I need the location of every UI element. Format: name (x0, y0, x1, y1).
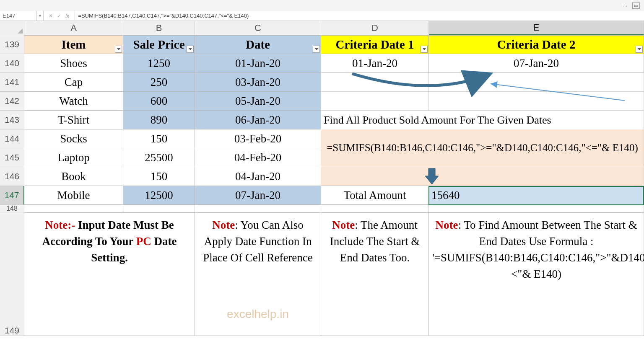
filter-icon[interactable] (313, 46, 320, 53)
name-box-dropdown-icon[interactable]: ▼ (37, 11, 44, 21)
fx-icon[interactable]: fx (65, 13, 69, 19)
cell-date[interactable]: 01-Jan-20 (195, 54, 321, 73)
cell-date[interactable]: 05-Jan-20 (195, 92, 321, 111)
cell-price[interactable]: 250 (123, 73, 195, 92)
cell[interactable] (123, 205, 195, 212)
filter-icon[interactable] (187, 46, 194, 53)
note-label: Note (212, 219, 235, 231)
row-header[interactable]: 146 (0, 167, 24, 186)
cell[interactable] (321, 205, 429, 212)
cell-item[interactable]: Watch (24, 92, 123, 111)
note-label: Note (436, 219, 458, 231)
row-header[interactable]: 145 (0, 148, 24, 167)
cell[interactable] (429, 92, 644, 111)
table-row: 144 Socks 150 03-Feb-20 =SUMIFS(B140:B14… (0, 129, 644, 148)
row-header[interactable]: 142 (0, 92, 24, 111)
cell-date[interactable]: 04-Feb-20 (195, 148, 321, 167)
cell[interactable] (321, 92, 429, 111)
cell-price[interactable]: 150 (123, 129, 195, 148)
cell-price[interactable]: 600 (123, 92, 195, 111)
cell-item[interactable]: Book (24, 167, 123, 186)
more-icon[interactable]: ··· (623, 3, 627, 9)
cell-item[interactable]: Mobile (24, 186, 123, 205)
row-header[interactable]: 147 (0, 186, 24, 205)
row-header[interactable]: 148 (0, 205, 24, 212)
row-header[interactable]: 141 (0, 73, 24, 92)
cell-price[interactable]: 890 (123, 111, 195, 129)
header-criteria1[interactable]: Criteria Date 1 (321, 35, 429, 54)
table-row: 141 Cap 250 03-Jan-20 (0, 73, 644, 92)
cell[interactable] (195, 205, 321, 212)
cell-item[interactable]: Laptop (24, 148, 123, 167)
cell-item[interactable]: Shoes (24, 54, 123, 73)
cell-date[interactable]: 06-Jan-20 (195, 111, 321, 129)
cell-item[interactable]: Socks (24, 129, 123, 148)
note-d[interactable]: Note: The Amount Include The Start & End… (321, 212, 429, 336)
cell-date[interactable]: 03-Feb-20 (195, 129, 321, 148)
cell[interactable] (429, 167, 644, 186)
cell-price[interactable]: 150 (123, 167, 195, 186)
cell[interactable] (429, 73, 644, 92)
cell-price[interactable]: 25500 (123, 148, 195, 167)
table-row: 146 Book 150 04-Jan-20 (0, 167, 644, 186)
col-header-c[interactable]: C (195, 21, 321, 35)
note-pc: PC (136, 235, 151, 248)
row-header[interactable]: 144 (0, 129, 24, 148)
table-row: 142 Watch 600 05-Jan-20 (0, 92, 644, 111)
column-headers: A B C D E (0, 21, 644, 35)
row-header-139[interactable]: 139 (0, 35, 24, 54)
cell[interactable] (321, 73, 429, 92)
cell-date[interactable]: 04-Jan-20 (195, 167, 321, 186)
formula-bar: E147 ▼ ✕ ✓ fx =SUMIFS(B140:B147,C140:C14… (0, 11, 644, 21)
cell-price[interactable]: 12500 (123, 186, 195, 205)
note-c[interactable]: Note: You Can Also Apply Date Function I… (195, 212, 321, 336)
row-148: 148 (0, 205, 644, 212)
header-item[interactable]: Item (24, 35, 123, 54)
sheet-area: A B C D E 139 Item Sale Price Date Crite… (0, 21, 644, 336)
cell-criteria2[interactable]: 07-Jan-20 (429, 54, 644, 73)
cancel-icon[interactable]: ✕ (49, 13, 53, 19)
row-139: 139 Item Sale Price Date Criteria Date 1… (0, 35, 644, 54)
cell-date[interactable]: 07-Jan-20 (195, 186, 321, 205)
filter-icon[interactable] (636, 46, 643, 53)
col-header-d[interactable]: D (321, 21, 429, 35)
cell-item[interactable]: T-Shirt (24, 111, 123, 129)
cell-instruction[interactable]: Find All Product Sold Amount For The Giv… (321, 111, 644, 129)
col-header-e[interactable]: E (429, 21, 644, 35)
col-header-b[interactable]: B (123, 21, 195, 35)
note-e[interactable]: Note: To Find Amount Between The Start &… (429, 212, 644, 336)
filter-icon[interactable] (115, 46, 122, 53)
table-row: 147 Mobile 12500 07-Jan-20 Total Amount … (0, 186, 644, 205)
cell-total-label[interactable]: Total Amount (321, 186, 429, 205)
cell[interactable] (321, 167, 429, 186)
titlebar: ··· ▭ (0, 0, 644, 11)
header-criteria2[interactable]: Criteria Date 2 (429, 35, 644, 54)
note-text: : To Find Amount Between The Start & End… (432, 219, 644, 280)
watermark: excelhelp.in (227, 306, 289, 323)
formula-bar-icons: ✕ ✓ fx (44, 11, 75, 21)
filter-icon[interactable] (421, 46, 428, 53)
note-label: Note:- (45, 219, 75, 231)
col-header-a[interactable]: A (24, 21, 123, 35)
accept-icon[interactable]: ✓ (57, 13, 61, 19)
note-a[interactable]: Note:- Input Date Must Be According To Y… (24, 212, 195, 336)
formula-input[interactable]: =SUMIFS(B140:B147,C140:C147,">="&D140,C1… (75, 11, 644, 21)
cell[interactable] (429, 205, 644, 212)
cell-date[interactable]: 03-Jan-20 (195, 73, 321, 92)
name-box[interactable]: E147 (0, 11, 37, 21)
cell[interactable] (24, 205, 123, 212)
table-row: 143 T-Shirt 890 06-Jan-20 Find All Produ… (0, 111, 644, 129)
header-price[interactable]: Sale Price (123, 35, 195, 54)
cell-total-value[interactable]: 15640 (429, 186, 644, 205)
cell-criteria1[interactable]: 01-Jan-20 (321, 54, 429, 73)
select-all-corner[interactable] (0, 21, 24, 35)
row-header[interactable]: 149 (0, 212, 24, 336)
row-header[interactable]: 143 (0, 111, 24, 129)
cell-price[interactable]: 1250 (123, 54, 195, 73)
row-header[interactable]: 140 (0, 54, 24, 73)
header-date[interactable]: Date (195, 35, 321, 54)
cell-formula-display[interactable]: =SUMIFS(B140:B146,C140:C146,">="&D140,C1… (321, 129, 644, 167)
cell-item[interactable]: Cap (24, 73, 123, 92)
row-149-notes: 149 Note:- Input Date Must Be According … (0, 212, 644, 336)
ribbon-toggle-icon[interactable]: ▭ (632, 3, 640, 9)
